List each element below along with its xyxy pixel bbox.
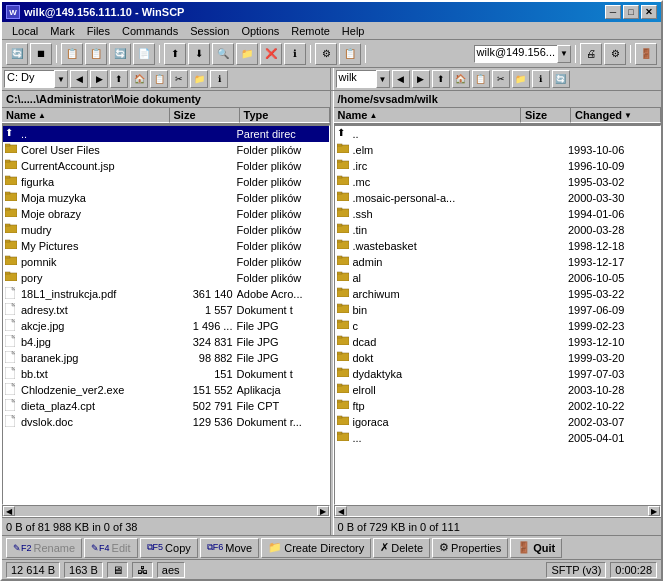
toolbar-copy2[interactable]: 📋 [85, 43, 107, 65]
left-file-row[interactable]: Chlodzenie_ver2.exe151 552Aplikacja [3, 382, 329, 398]
toolbar-exit[interactable]: 🚪 [635, 43, 657, 65]
menu-session[interactable]: Session [184, 24, 235, 38]
menu-remote[interactable]: Remote [285, 24, 336, 38]
right-file-row[interactable]: dcad1993-12-10 [335, 334, 661, 350]
left-file-row[interactable]: akcje.jpg1 496 ...File JPG [3, 318, 329, 334]
btn-edit[interactable]: ✎F4 Edit [84, 538, 137, 558]
toolbar-btn7[interactable]: 🔍 [212, 43, 234, 65]
right-file-row[interactable]: al2006-10-05 [335, 270, 661, 286]
left-file-row[interactable]: poryFolder plików [3, 270, 329, 286]
toolbar-refresh[interactable]: 🔄 [6, 43, 28, 65]
left-file-row[interactable]: ⬆..Parent direc [3, 126, 329, 142]
toolbar-btn11[interactable]: ⚙ [315, 43, 337, 65]
left-drive-text[interactable]: C: Dy [4, 70, 54, 88]
right-file-row[interactable]: archiwum1995-03-22 [335, 286, 661, 302]
left-file-row[interactable]: b4.jpg324 831File JPG [3, 334, 329, 350]
left-nav-btn3[interactable]: ✂ [170, 70, 188, 88]
left-file-row[interactable]: dvslok.doc129 536Dokument r... [3, 414, 329, 430]
toolbar-btn3[interactable]: 🔄 [109, 43, 131, 65]
toolbar-btn9[interactable]: ❌ [260, 43, 282, 65]
remote-address-dropdown[interactable]: ▼ [557, 45, 571, 63]
right-file-row[interactable]: ...2005-04-01 [335, 430, 661, 446]
close-button[interactable]: ✕ [641, 5, 657, 19]
right-col-name[interactable]: Name ▲ [334, 108, 522, 123]
right-file-row[interactable]: .tin2000-03-28 [335, 222, 661, 238]
right-drive-combo[interactable]: wilk ▼ [336, 70, 390, 88]
left-scrollbar-h[interactable]: ◀ ▶ [2, 505, 330, 517]
right-file-row[interactable]: c1999-02-23 [335, 318, 661, 334]
left-file-row[interactable]: baranek.jpg98 882File JPG [3, 350, 329, 366]
btn-copy[interactable]: ⧉F5 Copy [140, 538, 198, 558]
menu-options[interactable]: Options [235, 24, 285, 38]
right-file-row[interactable]: dydaktyka1997-07-03 [335, 366, 661, 382]
left-file-row[interactable]: CurrentAccount.jspFolder plików [3, 158, 329, 174]
left-nav-btn4[interactable]: 📁 [190, 70, 208, 88]
btn-rename[interactable]: ✎F2 Rename [6, 538, 82, 558]
toolbar-btn6[interactable]: ⬇ [188, 43, 210, 65]
left-file-row[interactable]: 18L1_instrukcja.pdf361 140Adobe Acro... [3, 286, 329, 302]
toolbar-copy-local[interactable]: 📋 [61, 43, 83, 65]
right-file-row[interactable]: .elm1993-10-06 [335, 142, 661, 158]
left-drive-combo[interactable]: C: Dy ▼ [4, 70, 68, 88]
right-scroll-right[interactable]: ▶ [648, 506, 660, 516]
left-nav-forward[interactable]: ▶ [90, 70, 108, 88]
minimize-button[interactable]: ─ [605, 5, 621, 19]
menu-help[interactable]: Help [336, 24, 371, 38]
right-nav-btn2[interactable]: 📋 [472, 70, 490, 88]
right-file-row[interactable]: ⬆.. [335, 126, 661, 142]
menu-local[interactable]: Local [6, 24, 44, 38]
left-drive-dropdown[interactable]: ▼ [54, 70, 68, 88]
left-file-row[interactable]: Corel User FilesFolder plików [3, 142, 329, 158]
right-file-row[interactable]: bin1997-06-09 [335, 302, 661, 318]
right-nav-btn3[interactable]: ✂ [492, 70, 510, 88]
remote-address-combo[interactable]: wilk@149.156... ▼ [474, 45, 571, 63]
left-file-row[interactable]: Moje obrazyFolder plików [3, 206, 329, 222]
left-file-row[interactable]: dieta_plaz4.cpt502 791File CPT [3, 398, 329, 414]
btn-create-dir[interactable]: 📁 Create Directory [261, 538, 371, 558]
left-file-row[interactable]: mudryFolder plików [3, 222, 329, 238]
left-scroll-left[interactable]: ◀ [3, 506, 15, 516]
left-col-size[interactable]: Size [170, 108, 240, 123]
left-nav-up[interactable]: ⬆ [110, 70, 128, 88]
left-nav-btn1[interactable]: 🏠 [130, 70, 148, 88]
left-file-row[interactable]: My PicturesFolder plików [3, 238, 329, 254]
btn-move[interactable]: ⧉F6 Move [200, 538, 259, 558]
right-drive-dropdown[interactable]: ▼ [376, 70, 390, 88]
right-nav-back[interactable]: ◀ [392, 70, 410, 88]
toolbar-btn5[interactable]: ⬆ [164, 43, 186, 65]
right-file-list[interactable]: ⬆...elm1993-10-06.irc1996-10-09.mc1995-0… [334, 125, 662, 505]
toolbar-print[interactable]: 🖨 [580, 43, 602, 65]
right-file-row[interactable]: dokt1999-03-20 [335, 350, 661, 366]
toolbar-btn8[interactable]: 📁 [236, 43, 258, 65]
remote-address-text[interactable]: wilk@149.156... [474, 45, 557, 63]
menu-mark[interactable]: Mark [44, 24, 80, 38]
menu-commands[interactable]: Commands [116, 24, 184, 38]
left-col-name[interactable]: Name ▲ [2, 108, 170, 123]
toolbar-btn12[interactable]: 📋 [339, 43, 361, 65]
left-file-row[interactable]: pomnikFolder plików [3, 254, 329, 270]
btn-delete[interactable]: ✗ Delete [373, 538, 430, 558]
right-nav-btn4[interactable]: 📁 [512, 70, 530, 88]
toolbar-btn4[interactable]: 📄 [133, 43, 155, 65]
left-file-row[interactable]: adresy.txt1 557Dokument t [3, 302, 329, 318]
right-nav-up[interactable]: ⬆ [432, 70, 450, 88]
right-drive-text[interactable]: wilk [336, 70, 376, 88]
left-col-type[interactable]: Type [240, 108, 330, 123]
right-nav-forward[interactable]: ▶ [412, 70, 430, 88]
right-file-row[interactable]: admin1993-12-17 [335, 254, 661, 270]
toolbar-stop[interactable]: ⏹ [30, 43, 52, 65]
right-col-changed[interactable]: Changed ▼ [571, 108, 661, 123]
btn-quit[interactable]: 🚪 Quit [510, 538, 562, 558]
btn-properties[interactable]: ⚙ Properties [432, 538, 508, 558]
right-file-row[interactable]: elroll2003-10-28 [335, 382, 661, 398]
left-file-row[interactable]: bb.txt151Dokument t [3, 366, 329, 382]
left-file-list[interactable]: ⬆..Parent direcCorel User FilesFolder pl… [2, 125, 330, 505]
right-file-row[interactable]: igoraca2002-03-07 [335, 414, 661, 430]
left-nav-back[interactable]: ◀ [70, 70, 88, 88]
left-file-row[interactable]: Moja muzykaFolder plików [3, 190, 329, 206]
left-nav-btn2[interactable]: 📋 [150, 70, 168, 88]
maximize-button[interactable]: □ [623, 5, 639, 19]
right-col-size[interactable]: Size [521, 108, 571, 123]
right-scrollbar-h[interactable]: ◀ ▶ [334, 505, 662, 517]
right-scroll-left[interactable]: ◀ [335, 506, 347, 516]
